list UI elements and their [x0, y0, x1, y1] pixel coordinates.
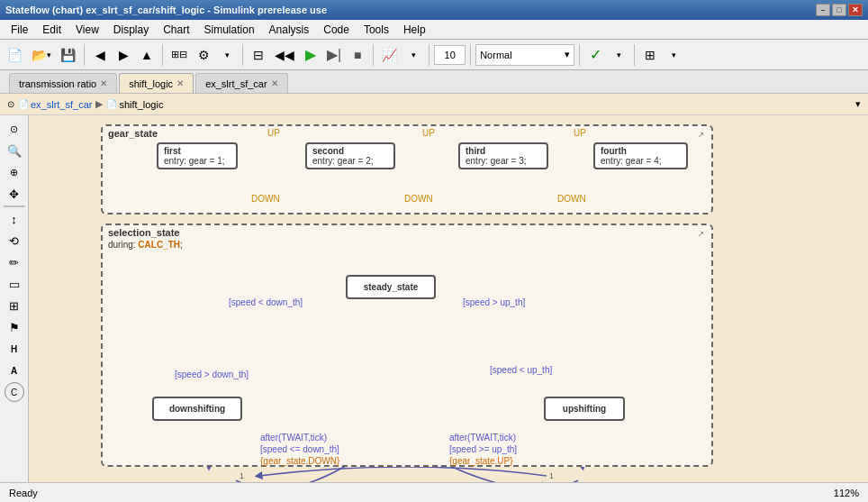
sep2 — [162, 44, 163, 66]
menu-analysis[interactable]: Analysis — [262, 22, 317, 38]
breadcrumb-dropdown[interactable]: ▾ — [855, 98, 861, 110]
lt-grid2[interactable]: ⊞ — [3, 296, 26, 315]
breadcrumb: ⊙ 📄 ex_slrt_sf_car ▶ 📄 shift_logic ▾ — [0, 94, 868, 115]
selection-state-title: selection_state — [103, 225, 711, 240]
open-dropdown[interactable]: 📂▾ — [28, 43, 55, 67]
menu-view[interactable]: View — [68, 22, 106, 38]
sep8 — [634, 44, 635, 66]
sel-corner-tr: ↗ — [697, 229, 704, 239]
step-button[interactable]: ▶| — [323, 43, 345, 67]
close-button[interactable]: ✕ — [848, 4, 863, 16]
lt-rotate[interactable]: ⟲ — [3, 231, 26, 251]
sep4 — [373, 44, 374, 66]
cond-speed-down-th: [speed < down_th] — [229, 297, 303, 307]
state-fourth[interactable]: fourth entry: gear = 4; — [593, 142, 688, 169]
scope-dropdown[interactable]: ▾ — [402, 43, 424, 67]
dropdown-arrow: ▾ — [565, 49, 570, 60]
toolbar-btn5[interactable]: ⊟ — [248, 43, 269, 67]
state-third-label: third — [466, 146, 541, 156]
canvas-area[interactable]: 2 1 1 1 2 1 2 1 gear_state first entry: … — [29, 115, 868, 482]
forward-button[interactable]: ▶ — [113, 43, 134, 67]
lt-copyright[interactable]: C — [5, 382, 24, 402]
run-button[interactable]: ▶ — [300, 43, 321, 67]
scope-button[interactable]: 📈 — [378, 43, 401, 67]
state-second-entry: entry: gear = 2; — [312, 156, 388, 166]
sep7 — [579, 44, 580, 66]
toolbar: 📄 📂▾ 💾 ◀ ▶ ▲ ⊞⊟ ⚙ ▾ ⊟ ◀◀ ▶ ▶| ■ 📈 ▾ Norm… — [0, 40, 868, 70]
state-second[interactable]: second entry: gear = 2; — [305, 142, 395, 169]
menu-simulation[interactable]: Simulation — [197, 22, 262, 38]
up-label-1: UP — [267, 128, 280, 138]
lt-separator — [4, 205, 25, 207]
sep1 — [84, 44, 85, 66]
tab-label-ex: ex_slrt_sf_car — [205, 78, 267, 89]
breadcrumb-icon: ⊙ — [7, 99, 14, 109]
check-dropdown[interactable]: ▾ — [608, 43, 629, 67]
state-first[interactable]: first entry: gear = 1; — [157, 142, 238, 169]
state-fourth-entry: entry: gear = 4; — [601, 156, 681, 166]
lt-rect[interactable]: ▭ — [3, 274, 26, 294]
minimize-button[interactable]: – — [816, 4, 830, 16]
menu-display[interactable]: Display — [106, 22, 156, 38]
grid-dropdown[interactable]: ▾ — [663, 43, 684, 67]
menu-chart[interactable]: Chart — [156, 22, 196, 38]
lt-text[interactable]: A — [3, 361, 26, 380]
tab-close-shift[interactable]: ✕ — [176, 78, 184, 88]
tab-close-transmission[interactable]: ✕ — [100, 78, 107, 88]
main-area: ⊙ 🔍 ⊕ ✥ ↕ ⟲ ✏ ▭ ⊞ ⚑ H A C — [0, 115, 868, 482]
cond-speed-up-th: [speed > up_th] — [463, 297, 525, 307]
tabs-bar: transmission ratio ✕ shift_logic ✕ ex_sl… — [0, 70, 868, 94]
up-button[interactable]: ▲ — [136, 43, 158, 67]
lt-zoom-in[interactable]: 🔍 — [3, 141, 26, 160]
menu-file[interactable]: File — [4, 22, 35, 38]
state-upshifting[interactable]: upshifting — [544, 397, 625, 421]
steady-label: steady_state — [353, 282, 429, 292]
tab-ex-slrt[interactable]: ex_slrt_sf_car ✕ — [195, 73, 287, 93]
menu-code[interactable]: Code — [316, 22, 357, 38]
sim-speed-input[interactable] — [434, 45, 466, 65]
action-twait-up: after(TWAIT,tick) — [449, 433, 516, 443]
state-steady[interactable]: steady_state — [346, 275, 436, 299]
lt-hist[interactable]: H — [3, 339, 26, 359]
lt-pan[interactable]: ↕ — [3, 209, 26, 229]
sep5 — [429, 44, 429, 66]
lt-select[interactable]: ⊙ — [3, 119, 26, 139]
stop-button[interactable]: ■ — [347, 43, 368, 67]
check-button[interactable]: ✓ — [584, 43, 606, 67]
tab-shift-logic[interactable]: shift_logic ✕ — [119, 73, 194, 93]
menu-help[interactable]: Help — [396, 22, 433, 38]
save-button[interactable]: 💾 — [57, 43, 79, 67]
lt-flag[interactable]: ⚑ — [3, 317, 26, 337]
down-label-1: DOWN — [251, 194, 280, 204]
toolbar-btn6[interactable]: ◀◀ — [271, 43, 298, 67]
model-browser[interactable]: ⊞⊟ — [167, 43, 191, 67]
lt-pen[interactable]: ✏ — [3, 252, 26, 272]
left-toolbar: ⊙ 🔍 ⊕ ✥ ↕ ⟲ ✏ ▭ ⊞ ⚑ H A C — [0, 115, 29, 482]
gear-corner-tr: ↗ — [697, 130, 704, 140]
selection-state-container: selection_state during: CALC_TH; steady_… — [101, 224, 713, 467]
menu-edit[interactable]: Edit — [35, 22, 68, 38]
lt-hand[interactable]: ✥ — [3, 184, 26, 204]
maximize-button[interactable]: □ — [832, 4, 846, 16]
gear-state-container: gear_state first entry: gear = 1; second… — [101, 124, 713, 214]
normal-dropdown[interactable]: Normal ▾ — [475, 44, 574, 66]
titlebar: Stateflow (chart) ex_slrt_sf_car/shift_l… — [0, 0, 868, 20]
back-button[interactable]: ◀ — [89, 43, 111, 67]
new-button[interactable]: 📄 — [4, 43, 26, 67]
breadcrumb-item-1[interactable]: ex_slrt_sf_car — [31, 99, 92, 110]
tab-close-ex[interactable]: ✕ — [271, 78, 278, 88]
grid-button[interactable]: ⊞ — [639, 43, 661, 67]
settings-button[interactable]: ⚙ — [193, 43, 214, 67]
settings-dropdown[interactable]: ▾ — [216, 43, 238, 67]
state-downshifting[interactable]: downshifting — [152, 397, 242, 421]
lt-zoom-out[interactable]: ⊕ — [3, 162, 26, 182]
down-label-2: DOWN — [404, 194, 433, 204]
menu-tools[interactable]: Tools — [357, 22, 396, 38]
menubar: File Edit View Display Chart Simulation … — [0, 20, 868, 40]
cond-speed-up-th2: [speed < up_th] — [490, 365, 552, 375]
state-third[interactable]: third entry: gear = 3; — [458, 142, 548, 169]
normal-label: Normal — [480, 50, 511, 60]
tab-transmission-ratio[interactable]: transmission ratio ✕ — [9, 73, 117, 93]
action-speed-lte-down: [speed <= down_th] — [260, 444, 339, 454]
window-controls: – □ ✕ — [816, 4, 863, 16]
